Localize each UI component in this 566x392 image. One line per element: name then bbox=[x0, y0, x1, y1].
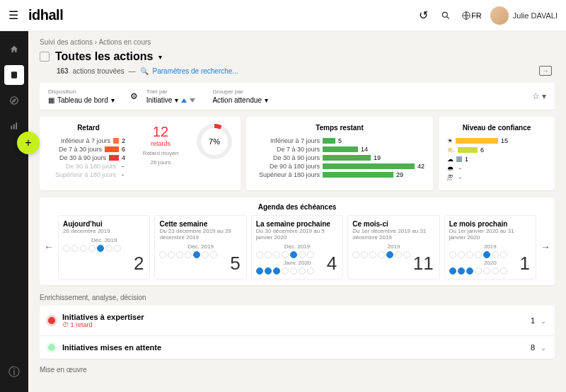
delay-row: Inférieur à 7 jours2 bbox=[48, 137, 129, 144]
delay-total: 12 bbox=[129, 124, 192, 140]
agenda-card: Agenda des échéances ← → Aujourd'hui26 d… bbox=[40, 197, 555, 285]
menu-icon[interactable]: ☰ bbox=[8, 8, 23, 22]
avatar[interactable] bbox=[490, 6, 509, 25]
nav-info-icon[interactable]: ⓘ bbox=[4, 362, 24, 382]
confidence-row: ⛅6 bbox=[447, 146, 546, 154]
nav-actions-icon[interactable] bbox=[4, 65, 24, 85]
delay-row: De 7 à 30 jours6 bbox=[48, 146, 129, 153]
agenda-title: Agenda des échéances bbox=[45, 203, 549, 211]
svg-line-1 bbox=[447, 16, 449, 18]
agenda-column[interactable]: Aujourd'hui26 décembre 2019Déc. 20192 bbox=[58, 215, 150, 279]
confidence-row: ☀15 bbox=[447, 137, 546, 144]
page-title: Toutes les actions bbox=[55, 50, 153, 63]
confidence-card: Niveau de confiance ☀15⛅6☁1🌧-⛈- bbox=[439, 117, 555, 190]
confidence-title: Niveau de confiance bbox=[447, 124, 546, 132]
time-row: Inférieur à 7 jours5 bbox=[255, 137, 424, 144]
select-all-checkbox[interactable] bbox=[40, 52, 50, 62]
section-impl: Mise en œuvre bbox=[40, 366, 555, 374]
time-row: De 90 à 180 jours42 bbox=[255, 163, 424, 170]
breadcrumb-current: Actions en cours bbox=[98, 38, 151, 46]
username: Julie DAVALI bbox=[513, 11, 558, 20]
export-icon[interactable] bbox=[539, 66, 552, 76]
gear-icon[interactable]: ⚙ bbox=[130, 91, 138, 101]
chevron-down-icon[interactable]: ⌄ bbox=[541, 317, 546, 325]
agenda-column[interactable]: Cette semaineDu 23 décembre 2019 au 29 d… bbox=[154, 215, 246, 279]
sort-asc-icon[interactable] bbox=[181, 98, 187, 103]
add-button[interactable]: + bbox=[17, 132, 40, 154]
filter-bar: Disposition ▦ Tableau de bord ▾ ⚙ Trier … bbox=[40, 83, 555, 110]
agenda-column[interactable]: La semaine prochaineDu 30 décembre 2019 … bbox=[251, 215, 343, 279]
chevron-down-icon[interactable]: ⌄ bbox=[541, 344, 546, 352]
confidence-row: ☁1 bbox=[447, 156, 546, 163]
history-icon[interactable]: ↺ bbox=[413, 6, 433, 25]
svg-rect-7 bbox=[16, 122, 17, 129]
delay-row: De 30 à 90 jours4 bbox=[48, 154, 129, 161]
app-header: ☰ idhall ↺ FR Julie DAVALI bbox=[0, 0, 566, 31]
delay-row: De 90 à 180 jours- bbox=[48, 163, 129, 170]
time-row: De 30 à 90 jours19 bbox=[255, 154, 424, 161]
group-select[interactable]: Action attendue ▾ bbox=[212, 96, 268, 104]
title-row: Toutes les actions ▾ bbox=[40, 50, 555, 63]
agenda-prev-icon[interactable]: ← bbox=[44, 241, 54, 253]
logo: idhall bbox=[28, 7, 63, 23]
search-icon[interactable] bbox=[436, 6, 456, 25]
delay-title: Retard bbox=[48, 124, 129, 132]
breadcrumb-parent[interactable]: Suivi des actions bbox=[40, 38, 93, 46]
group-label: Grouper par bbox=[212, 88, 268, 95]
main-content: Suivi des actions › Actions en cours Tou… bbox=[28, 31, 566, 392]
nav-explore-icon[interactable] bbox=[4, 91, 24, 110]
title-dropdown-icon[interactable]: ▾ bbox=[158, 53, 162, 61]
result-label: actions trouvées bbox=[73, 67, 125, 75]
nav-home-icon[interactable] bbox=[4, 40, 24, 59]
result-count: 163 bbox=[57, 67, 69, 75]
favorite-icon[interactable]: ☆ ▾ bbox=[532, 91, 546, 101]
delay-total-label: retards bbox=[129, 140, 192, 147]
time-row: Supérieur à 180 jours29 bbox=[255, 171, 424, 178]
svg-point-4 bbox=[11, 97, 18, 105]
sidebar: ⓘ bbox=[0, 31, 28, 392]
delay-avg-value: 26 jours bbox=[129, 159, 192, 166]
svg-rect-6 bbox=[13, 125, 15, 129]
sort-select[interactable]: Initiative ▾ bbox=[146, 96, 196, 104]
accordion-row[interactable]: Initiatives à expertiser⏱ 1 retard 1⌄ bbox=[40, 306, 555, 336]
subtitle-row: 163 actions trouvées — 🔍 Paramètres de r… bbox=[57, 66, 555, 76]
svg-point-0 bbox=[442, 12, 447, 17]
svg-rect-5 bbox=[11, 126, 12, 129]
confidence-row: ⛈- bbox=[447, 174, 546, 181]
time-title: Temps restant bbox=[255, 124, 424, 132]
layout-label: Disposition bbox=[48, 88, 115, 95]
delay-row: Supérieur à 180 jours- bbox=[48, 171, 129, 178]
delay-donut: 7% bbox=[197, 124, 232, 159]
sort-desc-icon[interactable] bbox=[190, 98, 195, 103]
language-code: FR bbox=[471, 11, 482, 20]
nav-stats-icon[interactable] bbox=[4, 116, 24, 136]
delay-card: Retard Inférieur à 7 jours2De 7 à 30 jou… bbox=[40, 117, 241, 190]
svg-rect-3 bbox=[11, 71, 17, 78]
time-remaining-card: Temps restant Inférieur à 7 jours5De 7 à… bbox=[246, 117, 433, 190]
search-params-link[interactable]: Paramètres de recherche... bbox=[153, 67, 238, 75]
agenda-column[interactable]: Le mois prochainDu 1er janvier 2020 au 3… bbox=[444, 215, 536, 279]
layout-select[interactable]: ▦ Tableau de bord ▾ bbox=[48, 96, 115, 104]
time-row: De 7 à 30 jours14 bbox=[255, 146, 424, 153]
delay-avg-label: Retard moyen bbox=[129, 150, 192, 156]
agenda-column[interactable]: Ce mois-ciDu 1er décembre 2019 au 31 déc… bbox=[347, 215, 439, 279]
section-enrich: Enrichissement, analyse, décision bbox=[40, 294, 555, 301]
sort-label: Trier par bbox=[146, 88, 196, 95]
delay-pct: 7% bbox=[201, 128, 228, 155]
agenda-next-icon[interactable]: → bbox=[541, 241, 550, 253]
confidence-row: 🌧- bbox=[447, 165, 546, 172]
breadcrumb: Suivi des actions › Actions en cours bbox=[40, 38, 555, 46]
language-selector[interactable]: FR bbox=[461, 11, 482, 21]
accordion-row[interactable]: Initiatives mises en attente 8⌄ bbox=[40, 336, 555, 359]
